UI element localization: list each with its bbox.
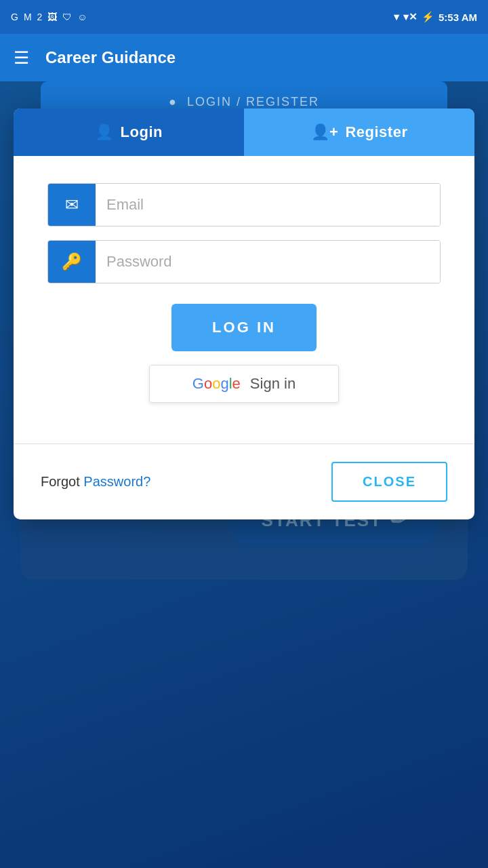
email-icon: ✉ [48,184,96,226]
app-bar: ☰ Career Guidance [0,34,488,81]
g-icon: G [11,12,18,22]
menu-icon[interactable]: ☰ [14,47,29,68]
status-icons-left: G M 2 🖼 🛡 ☺ [11,12,87,22]
login-form: ✉ 🔑 LOG IN Google Sign in [14,156,474,437]
gmail-icon: M [24,12,32,22]
shield-icon: 🛡 [62,12,72,22]
login-tab[interactable]: 👤 Login [14,108,244,156]
face-icon: ☺ [77,12,87,22]
google-signin-label: Sign in [250,375,296,393]
modal-tabs: 👤 Login 👤+ Register [14,108,474,156]
log-in-button[interactable]: LOG IN [171,304,317,351]
password-input-row: 🔑 [47,240,441,283]
app-title: Career Guidance [45,48,176,67]
password-field[interactable] [96,241,440,283]
forgot-password-link[interactable]: Password? [83,474,150,489]
register-tab[interactable]: 👤+ Register [244,108,474,156]
dot-icon: ● [169,95,178,108]
google-signin-button[interactable]: Google Sign in [149,365,339,403]
status-icons-right: ▾ ▾✕ ⚡ 5:53 AM [394,11,477,23]
status-bar: G M 2 🖼 🛡 ☺ ▾ ▾✕ ⚡ 5:53 AM [0,0,488,34]
image-icon: 🖼 [47,12,57,22]
register-tab-label: Register [345,123,407,141]
battery-icon: ⚡ [422,11,434,23]
key-icon: 🔑 [48,241,96,283]
email-field[interactable] [96,184,440,226]
google-g-icon: Google [192,375,241,393]
wifi-icon: ▾ [394,11,399,23]
time-display: 5:53 AM [439,12,477,23]
forgot-password-text: Forgot Password? [41,474,150,490]
login-modal: 👤 Login 👤+ Register ✉ 🔑 LOG IN Google Si… [14,108,474,519]
strip-text: ● LOGIN / REGISTER [169,95,319,109]
register-tab-icon: 👤+ [311,123,339,141]
modal-footer: Forgot Password? CLOSE [14,444,474,519]
signal-icon: ▾✕ [403,11,418,23]
close-button[interactable]: CLOSE [331,462,447,502]
notification-icon: 2 [37,12,43,22]
email-input-row: ✉ [47,183,441,226]
login-tab-icon: 👤 [95,123,114,141]
login-tab-label: Login [121,123,163,141]
